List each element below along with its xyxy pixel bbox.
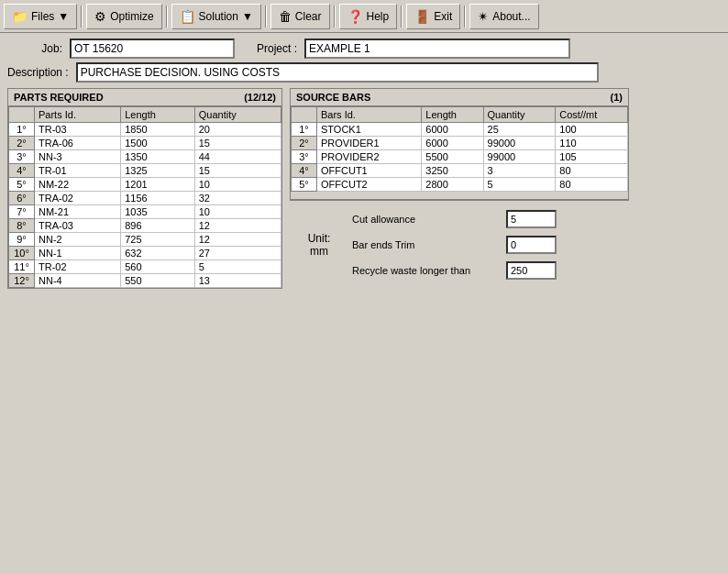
row-qty: 27 xyxy=(194,247,281,260)
table-row: 10° NN-1 632 27 xyxy=(9,247,281,260)
separator-3 xyxy=(265,6,267,28)
row-length: 1500 xyxy=(121,137,194,150)
row-id: NN-4 xyxy=(35,274,121,288)
unit-label-area: Unit: mm xyxy=(301,232,337,258)
row-length: 1325 xyxy=(121,164,194,178)
table-row: 12° NN-4 550 13 xyxy=(9,274,281,288)
row-id: NN-3 xyxy=(35,150,121,164)
optimize-button[interactable]: ⚙ Optimize xyxy=(86,4,161,29)
row-length: 1350 xyxy=(121,150,194,164)
table-row: 7° NM-21 1035 10 xyxy=(9,205,281,219)
row-length: 5500 xyxy=(422,150,483,164)
row-length: 1035 xyxy=(121,205,194,219)
help-icon: ❓ xyxy=(347,9,363,24)
row-id: TR-01 xyxy=(35,164,121,178)
row-qty: 15 xyxy=(194,164,281,178)
about-label: About... xyxy=(492,10,530,23)
row-id: OFFCUT1 xyxy=(317,164,422,178)
parts-panel: PARTS REQUIRED (12/12) Parts Id. Length … xyxy=(7,88,282,289)
row-idx: 2° xyxy=(292,137,317,150)
files-icon: 📁 xyxy=(12,9,28,24)
row-id: STOCK1 xyxy=(317,123,422,137)
table-row: 4° OFFCUT1 3250 3 80 xyxy=(292,164,628,178)
parts-col-id: Parts Id. xyxy=(35,107,121,123)
parts-panel-count: (12/12) xyxy=(244,92,276,103)
separator-4 xyxy=(334,6,336,28)
row-idx: 3° xyxy=(9,150,35,164)
parts-table: Parts Id. Length Quantity 1° TR-03 1850 … xyxy=(8,106,281,288)
help-label: Help xyxy=(367,10,390,23)
source-panel-count: (1) xyxy=(611,92,623,103)
source-panel: SOURCE BARS (1) Bars Id. Length Quantity… xyxy=(290,88,629,200)
solution-arrow: ▼ xyxy=(242,10,253,23)
exit-label: Exit xyxy=(434,10,452,23)
table-row: 6° TRA-02 1156 32 xyxy=(9,192,281,205)
bar-ends-input[interactable] xyxy=(506,236,557,254)
table-row: 2° PROVIDER1 6000 99000 110 xyxy=(292,137,628,150)
main-area: Job: Project : Description : PARTS REQUI… xyxy=(0,33,728,294)
settings-area: Unit: mm Cut allowance Bar ends Trim Rec… xyxy=(290,200,629,289)
row-qty: 32 xyxy=(194,192,281,205)
table-row: 1° TR-03 1850 20 xyxy=(9,123,281,137)
row-length: 560 xyxy=(121,260,194,274)
row-idx: 9° xyxy=(9,233,35,247)
description-input[interactable] xyxy=(76,62,599,83)
job-row: Job: Project : xyxy=(7,39,721,59)
row-id: PROVIDER1 xyxy=(317,137,422,150)
row-length: 2800 xyxy=(422,178,483,192)
separator-6 xyxy=(464,6,466,28)
row-length: 1201 xyxy=(121,178,194,192)
source-panel-title: SOURCE BARS xyxy=(296,92,370,103)
row-idx: 4° xyxy=(292,164,317,178)
parts-table-header-row: Parts Id. Length Quantity xyxy=(9,107,281,123)
row-qty: 15 xyxy=(194,137,281,150)
clear-button[interactable]: 🗑 Clear xyxy=(270,4,330,29)
solution-label: Solution xyxy=(199,10,238,23)
table-row: 5° NM-22 1201 10 xyxy=(9,178,281,192)
parts-table-body: 1° TR-03 1850 20 2° TRA-06 1500 15 3° NN… xyxy=(9,123,281,288)
solution-icon: 📋 xyxy=(180,9,195,24)
job-input[interactable] xyxy=(70,39,235,59)
table-row: 2° TRA-06 1500 15 xyxy=(9,137,281,150)
row-id: TRA-03 xyxy=(35,219,121,233)
row-qty: 5 xyxy=(483,178,556,192)
row-length: 6000 xyxy=(422,137,483,150)
row-id: TR-02 xyxy=(35,260,121,274)
table-row: 3° NN-3 1350 44 xyxy=(9,150,281,164)
recycle-input[interactable] xyxy=(506,261,557,280)
row-length: 1850 xyxy=(121,123,194,137)
solution-button[interactable]: 📋 Solution ▼ xyxy=(171,4,261,29)
exit-button[interactable]: 🚪 Exit xyxy=(406,4,460,29)
row-qty: 3 xyxy=(483,164,556,178)
bar-ends-row: Bar ends Trim xyxy=(352,236,557,254)
row-idx: 3° xyxy=(292,150,317,164)
clear-icon: 🗑 xyxy=(279,9,292,24)
help-button[interactable]: ❓ Help xyxy=(339,4,398,29)
row-qty: 44 xyxy=(194,150,281,164)
row-length: 632 xyxy=(121,247,194,260)
parts-panel-header: PARTS REQUIRED (12/12) xyxy=(8,89,281,106)
table-row: 1° STOCK1 6000 25 100 xyxy=(292,123,628,137)
table-row: 8° TRA-03 896 12 xyxy=(9,219,281,233)
project-input[interactable] xyxy=(304,39,570,59)
cut-allowance-input[interactable] xyxy=(506,210,557,228)
panels-area: PARTS REQUIRED (12/12) Parts Id. Length … xyxy=(7,88,721,289)
table-row: 4° TR-01 1325 15 xyxy=(9,164,281,178)
row-idx: 10° xyxy=(9,247,35,260)
about-icon: ✴ xyxy=(478,9,489,24)
files-button[interactable]: 📁 Files ▼ xyxy=(4,4,77,29)
optimize-icon: ⚙ xyxy=(94,9,106,24)
row-qty: 5 xyxy=(194,260,281,274)
row-idx: 12° xyxy=(9,274,35,288)
unit-value: mm xyxy=(310,245,328,258)
toolbar: 📁 Files ▼ ⚙ Optimize 📋 Solution ▼ 🗑 Clea… xyxy=(0,0,728,33)
files-arrow: ▼ xyxy=(58,10,69,23)
recycle-row: Recycle waste longer than xyxy=(352,261,557,280)
row-id: NN-1 xyxy=(35,247,121,260)
table-row: 5° OFFCUT2 2800 5 80 xyxy=(292,178,628,192)
table-row: 3° PROVIDER2 5500 99000 105 xyxy=(292,150,628,164)
about-button[interactable]: ✴ About... xyxy=(469,4,538,29)
row-qty: 25 xyxy=(483,123,556,137)
optimize-label: Optimize xyxy=(110,10,153,23)
description-label: Description : xyxy=(7,66,69,79)
